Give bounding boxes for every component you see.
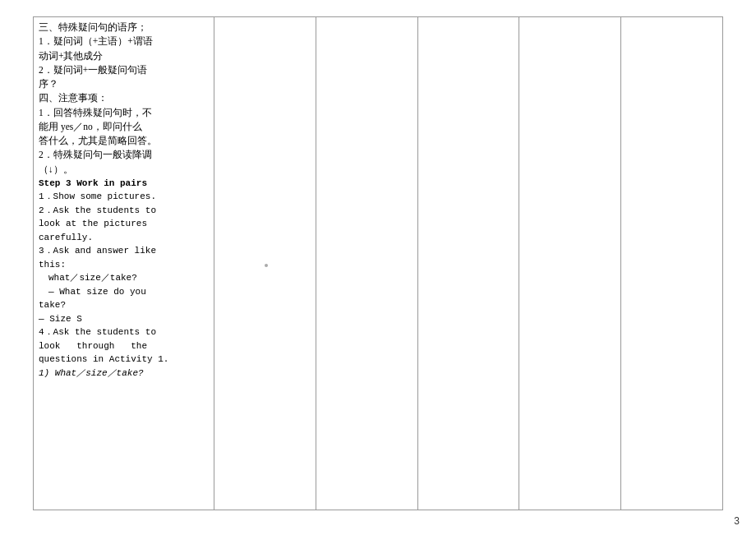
note-2-line2: （↓）。 — [39, 163, 209, 177]
instruction-4-line3: questions in Activity 1. — [39, 353, 209, 367]
instruction-2-line1: 2．Ask the students to — [39, 204, 209, 218]
section-3-header: 三、特殊疑问句的语序； — [39, 21, 209, 35]
instruction-4-line2: look through the — [39, 339, 209, 353]
main-content-cell: 三、特殊疑问句的语序； 1．疑问词（+主语）+谓语 动词+其他成分 2．疑问词+… — [34, 17, 214, 510]
center-dot — [265, 264, 268, 267]
col6-cell — [621, 17, 723, 510]
point-1-line2: 动词+其他成分 — [39, 49, 209, 63]
col4-cell — [417, 17, 519, 510]
instruction-2-line2: look at the pictures — [39, 217, 209, 231]
note-2-line1: 2．特殊疑问句一般读降调 — [39, 148, 209, 162]
instruction-3-line2: this: — [39, 258, 209, 272]
note-1-line3: 答什么，尤其是简略回答。 — [39, 134, 209, 148]
point-1-line1: 1．疑问词（+主语）+谓语 — [39, 35, 209, 48]
step-3-header: Step 3 Work in pairs — [39, 177, 209, 191]
note-1-line1: 1．回答特殊疑问句时，不 — [39, 106, 209, 120]
col5-cell — [519, 17, 621, 510]
col2-cell — [214, 17, 316, 510]
page-number: 3 — [734, 515, 740, 527]
instruction-1: 1．Show some pictures. — [39, 190, 209, 204]
example-prompt: what／size／take? — [39, 271, 209, 285]
example-answer-line1: — What size do you — [39, 285, 209, 299]
section-4-header: 四、注意事项： — [39, 91, 209, 105]
instruction-2-line3: carefully. — [39, 231, 209, 245]
example-response: — Size S — [39, 312, 209, 326]
point-2-line1: 2．疑问词+一般疑问句语 — [39, 63, 209, 77]
col3-cell — [316, 17, 417, 510]
note-1-line2: 能用 yes／no，即问什么 — [39, 120, 209, 134]
page: 三、特殊疑问句的语序； 1．疑问词（+主语）+谓语 动词+其他成分 2．疑问词+… — [0, 0, 756, 535]
instruction-3-line1: 3．Ask and answer like — [39, 244, 209, 258]
instruction-4-line1: 4．Ask the students to — [39, 325, 209, 339]
example-answer-line2: take? — [39, 298, 209, 312]
point-2-line2: 序？ — [39, 77, 209, 91]
activity-item-1: 1) What／size／take? — [39, 367, 209, 380]
content-table: 三、特殊疑问句的语序； 1．疑问词（+主语）+谓语 动词+其他成分 2．疑问词+… — [33, 16, 723, 510]
